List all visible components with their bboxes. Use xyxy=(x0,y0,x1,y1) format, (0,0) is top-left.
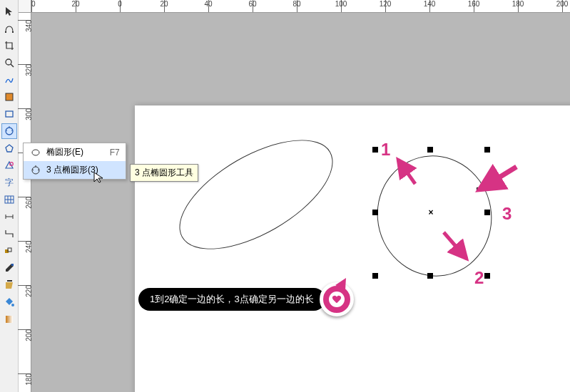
interactive-fill-tool[interactable] xyxy=(1,311,17,327)
svg-point-26 xyxy=(32,150,39,155)
svg-marker-7 xyxy=(6,145,13,152)
arrow-3 xyxy=(472,161,522,197)
annotation-3: 3 xyxy=(502,204,512,224)
flyout-ellipse-shortcut: F7 xyxy=(110,148,120,158)
ellipse-tool[interactable] xyxy=(1,123,17,139)
svg-rect-1 xyxy=(12,31,14,33)
polygon-tool[interactable] xyxy=(1,140,17,156)
connector-tool[interactable] xyxy=(1,226,17,242)
horizontal-ruler[interactable]: 4020020406080100120140160180200 xyxy=(19,0,570,13)
fill-tool[interactable] xyxy=(1,294,17,310)
eyedropper-tool[interactable] xyxy=(1,260,17,276)
selection-handle-e[interactable] xyxy=(484,210,490,215)
flyout-3pt-ellipse[interactable]: 3 点椭圆形(3) xyxy=(24,161,126,179)
main-toolbar: 字 xyxy=(0,0,19,392)
arrow-1 xyxy=(392,154,421,190)
page xyxy=(135,105,570,392)
selection-handle-nw[interactable] xyxy=(372,147,378,153)
vertical-ruler[interactable]: 340320300280260240220200180 xyxy=(19,13,31,392)
table-tool[interactable] xyxy=(1,192,17,207)
flyout-3pt-ellipse-label: 3 点椭圆形(3) xyxy=(46,164,98,176)
crop-tool[interactable] xyxy=(1,38,17,53)
tooltip: 3 点椭圆形工具 xyxy=(130,164,198,182)
selection-handle-n[interactable] xyxy=(427,147,433,153)
svg-rect-4 xyxy=(6,93,13,100)
ruler-corner xyxy=(19,0,31,13)
svg-rect-19 xyxy=(11,264,14,266)
selection-handle-s[interactable] xyxy=(427,273,433,279)
ellipse-icon xyxy=(29,148,42,158)
annotation-2: 2 xyxy=(474,268,484,288)
text-tool[interactable]: 字 xyxy=(1,175,17,190)
pick-tool[interactable] xyxy=(1,4,17,19)
selection-handle-sw[interactable] xyxy=(372,273,378,279)
svg-rect-22 xyxy=(6,316,13,323)
freehand-tool[interactable] xyxy=(1,72,17,88)
heart-badge-icon xyxy=(320,282,354,316)
canvas-area[interactable]: × 1 2 3 1到2确定一边的长，3点确定另一边的长 xyxy=(31,13,570,392)
svg-text:字: 字 xyxy=(5,177,14,187)
svg-point-21 xyxy=(11,304,14,306)
arrow-2 xyxy=(438,227,474,266)
outline-tool[interactable] xyxy=(1,277,17,293)
callout-text: 1到2确定一边的长，3点确定另一边的长 xyxy=(138,288,325,311)
smart-fill-tool[interactable] xyxy=(1,89,17,105)
annotation-1: 1 xyxy=(381,140,390,160)
svg-line-24 xyxy=(479,167,516,190)
app-root: 字 4020020406080100120140160180200 340320… xyxy=(0,0,570,392)
basic-shapes-tool[interactable] xyxy=(1,158,17,173)
callout: 1到2确定一边的长，3点确定另一边的长 xyxy=(138,282,354,316)
selection-handle-se[interactable] xyxy=(484,273,490,279)
zoom-tool[interactable] xyxy=(1,55,17,71)
selection-handle-w[interactable] xyxy=(372,210,378,215)
interactive-effects-tool[interactable] xyxy=(1,243,17,259)
shape-tool[interactable] xyxy=(1,21,17,36)
flyout-ellipse-label: 椭圆形(E) xyxy=(46,146,88,158)
svg-point-2 xyxy=(6,59,11,65)
selection-handle-ne[interactable] xyxy=(484,147,490,153)
ellipse-flyout-menu: 椭圆形(E) F7 3 点椭圆形(3) xyxy=(23,143,126,180)
svg-line-3 xyxy=(11,64,14,67)
svg-rect-0 xyxy=(5,31,6,33)
flyout-ellipse[interactable]: 椭圆形(E) F7 xyxy=(24,143,126,161)
dimension-tool[interactable] xyxy=(1,209,17,225)
rectangle-tool[interactable] xyxy=(1,106,17,122)
center-mark: × xyxy=(428,207,433,217)
svg-line-25 xyxy=(444,232,467,259)
cursor-icon xyxy=(93,171,106,184)
three-point-ellipse-icon xyxy=(29,165,42,175)
svg-rect-5 xyxy=(6,111,13,117)
svg-line-23 xyxy=(398,160,415,184)
